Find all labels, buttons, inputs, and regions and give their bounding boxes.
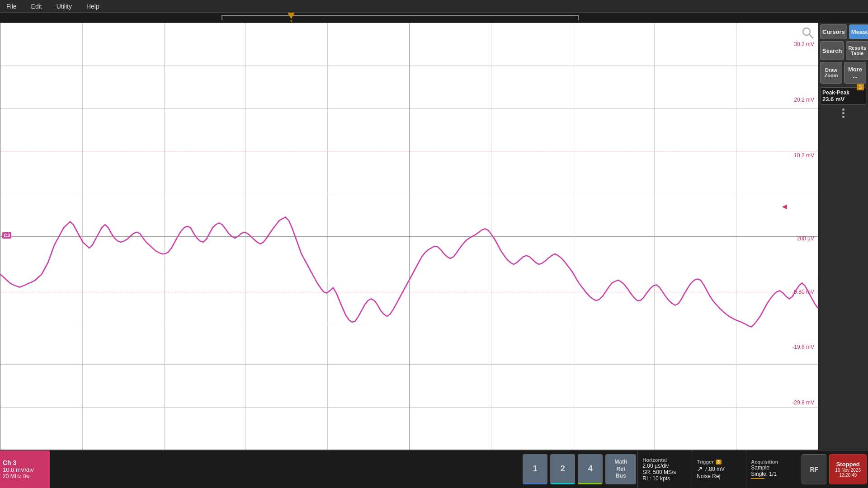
dot-1: [842, 108, 844, 111]
meas-badge: 3: [857, 84, 864, 90]
waveform-svg: [0, 23, 818, 450]
meas-value: 23.6 mV: [822, 96, 864, 103]
cursors-button[interactable]: Cursors: [820, 24, 847, 39]
trigger-badge: 3: [716, 460, 722, 465]
trigger-slope-icon: ↗: [697, 465, 703, 473]
trigger-title-row: Trigger 3: [697, 459, 741, 465]
stopped-time: 12:20:49: [839, 473, 857, 478]
stopped-button[interactable]: Stopped 16 Nov 2023 12:20:49: [829, 454, 867, 484]
draw-zoom-button[interactable]: DrawZoom: [820, 62, 842, 84]
acquisition-mode: Sample: [751, 465, 796, 471]
menu-file[interactable]: File: [4, 2, 19, 11]
math-ref-bus-label: Math: [614, 459, 627, 466]
stopped-label: Stopped: [836, 461, 860, 468]
trigger-section[interactable]: Trigger 3 ↗ 7.80 mV Noise Rej: [692, 450, 746, 488]
dot-2: [842, 112, 844, 114]
ch3-title: Ch 3: [3, 459, 47, 466]
ch1-button[interactable]: 1: [523, 454, 547, 484]
search-button[interactable]: Search: [820, 41, 844, 60]
scope-display[interactable]: 30.2 mV 20.2 mV 10.2 mV 200 µV -9.80 mV …: [0, 23, 818, 450]
more-button[interactable]: More ...: [844, 62, 866, 84]
ch3-bw: Bw: [23, 474, 29, 479]
trigger-triangle-icon: [288, 13, 295, 19]
menu-utility[interactable]: Utility: [54, 2, 75, 11]
acquisition-single: Single: 1/1: [751, 471, 796, 477]
results-table-button[interactable]: ResultsTable: [846, 41, 868, 60]
ch3-freq: 20 MHz Bw: [3, 473, 47, 479]
status-bar: Ch 3 10.0 mV/div 20 MHz Bw 1 2 4 Math Re…: [0, 450, 868, 488]
menu-help[interactable]: Help: [84, 2, 102, 11]
math-ref-bus-button[interactable]: Math Ref Bus: [605, 454, 636, 484]
dot-3: [842, 116, 844, 118]
main-content: 30.2 mV 20.2 mV 10.2 mV 200 µV -9.80 mV …: [0, 23, 868, 450]
acquisition-title: Acquisition: [751, 459, 796, 465]
measure-button[interactable]: Measure: [849, 24, 868, 39]
measurement-display: 3 Peak-Peak 23.6 mV: [820, 87, 866, 105]
horizontal-section[interactable]: Horizontal 2.00 µs/div SR: 500 MS/s RL: …: [637, 450, 692, 488]
panel-row-3: DrawZoom More ...: [820, 62, 866, 84]
right-panel: Cursors Measure Search ResultsTable Draw…: [818, 23, 868, 450]
meas-title: Peak-Peak: [822, 89, 864, 96]
trigger-noise-rej: Noise Rej: [697, 473, 741, 479]
acq-line: [751, 478, 764, 479]
ch3-status[interactable]: Ch 3 10.0 mV/div 20 MHz Bw: [0, 450, 50, 488]
horizontal-rl: RL: 10 kpts: [642, 475, 687, 482]
ch4-button[interactable]: 4: [578, 454, 603, 484]
horizontal-time-div: 2.00 µs/div: [642, 463, 687, 469]
time-bracket: [222, 15, 579, 20]
status-spacer: [50, 450, 521, 488]
ch2-button[interactable]: 2: [550, 454, 575, 484]
time-ruler: T: [0, 13, 868, 23]
math-ref-bus-bus: Bus: [616, 473, 626, 480]
horizontal-sr: SR: 500 MS/s: [642, 469, 687, 475]
trigger-title: Trigger: [697, 459, 713, 465]
trigger-slope-row: ↗ 7.80 mV: [697, 465, 741, 473]
stopped-date: 16 Nov 2023: [835, 468, 861, 473]
menu-bar: File Edit Utility Help: [0, 0, 868, 13]
horizontal-title: Horizontal: [642, 457, 687, 463]
acquisition-section[interactable]: Acquisition Sample Single: 1/1: [746, 450, 800, 488]
rf-button[interactable]: RF: [802, 454, 826, 484]
ch3-vdiv: 10.0 mV/div: [3, 466, 47, 473]
panel-row-1: Cursors Measure: [820, 24, 866, 39]
menu-edit[interactable]: Edit: [28, 2, 45, 11]
panel-row-2: Search ResultsTable: [820, 41, 866, 60]
math-ref-bus-ref: Ref: [617, 466, 625, 473]
trigger-slope-val: 7.80 mV: [704, 466, 725, 472]
dots-menu[interactable]: [820, 107, 866, 120]
